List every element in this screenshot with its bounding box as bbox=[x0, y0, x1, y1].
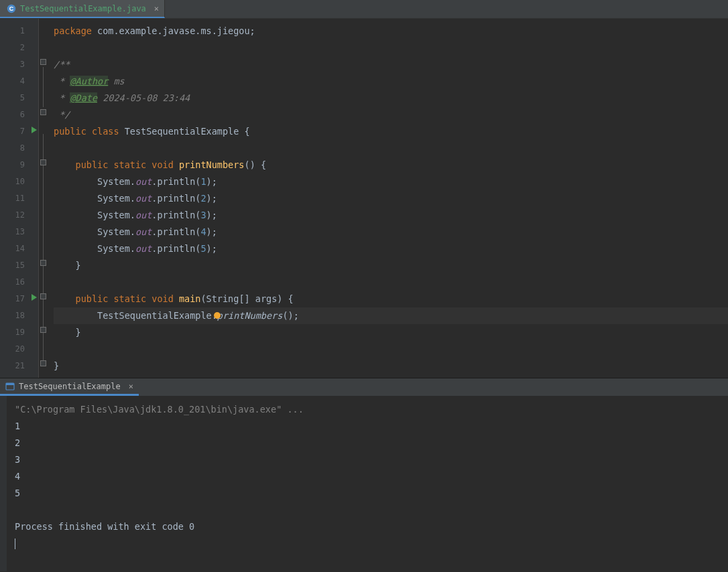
field: out bbox=[135, 226, 151, 237]
keyword: public bbox=[54, 126, 92, 137]
run-tab-bar: TestSequentialExample × bbox=[0, 378, 728, 396]
code-editor[interactable]: 1 2 3 4 5 6 7 8 9 10 11 12 13 14 15 16 1… bbox=[0, 19, 728, 378]
console-line: 2 bbox=[15, 435, 721, 451]
javadoc-tag: @Author bbox=[70, 76, 108, 86]
svg-rect-3 bbox=[6, 383, 14, 385]
fold-guide bbox=[43, 67, 44, 107]
comment: 2024-05-08 23:44 bbox=[97, 92, 190, 103]
code-text: System. bbox=[54, 176, 135, 187]
intention-bulb-icon[interactable] bbox=[214, 312, 221, 319]
close-icon[interactable]: × bbox=[129, 382, 133, 391]
field: out bbox=[135, 193, 151, 204]
line-number: 20 bbox=[15, 344, 25, 354]
line-number: 21 bbox=[15, 361, 25, 370]
run-tab-label: TestSequentialExample bbox=[19, 382, 121, 391]
line-number: 17 bbox=[15, 294, 25, 303]
run-tab[interactable]: TestSequentialExample × bbox=[0, 378, 139, 396]
run-panel: TestSequentialExample × "C:\Program File… bbox=[0, 378, 728, 571]
run-gutter-icon[interactable] bbox=[32, 127, 37, 133]
keyword: static bbox=[113, 293, 151, 304]
console-line: 5 bbox=[15, 485, 721, 502]
field: out bbox=[135, 176, 151, 187]
line-number: 6 bbox=[20, 110, 25, 119]
code-text: System. bbox=[54, 243, 135, 254]
brace: } bbox=[54, 360, 59, 371]
number-literal: 1 bbox=[200, 176, 206, 187]
fold-icon[interactable] bbox=[40, 360, 46, 366]
editor-tab-bar: C TestSequentialExample.java × bbox=[0, 0, 728, 19]
run-gutter-icon[interactable] bbox=[32, 294, 37, 301]
svg-text:C: C bbox=[9, 5, 14, 12]
code-text: System. bbox=[54, 226, 135, 237]
number-literal: 3 bbox=[200, 210, 206, 220]
line-number: 3 bbox=[20, 60, 25, 69]
fold-icon[interactable] bbox=[40, 159, 46, 165]
fold-icon[interactable] bbox=[40, 327, 46, 333]
console-caret bbox=[15, 535, 721, 552]
package-path: com.example.javase.ms.jiegou; bbox=[97, 25, 255, 36]
code-text: ); bbox=[206, 226, 217, 237]
console-line: 3 bbox=[15, 451, 721, 468]
line-number: 15 bbox=[15, 261, 25, 270]
javadoc-tag: @Date bbox=[70, 92, 97, 103]
code-text: .println( bbox=[151, 226, 200, 237]
keyword: class bbox=[92, 126, 125, 137]
keyword: public bbox=[76, 159, 114, 170]
console-line: 4 bbox=[15, 468, 721, 485]
fold-icon[interactable] bbox=[40, 109, 46, 115]
line-number: 16 bbox=[15, 277, 25, 287]
line-number: 5 bbox=[20, 93, 25, 102]
line-number: 18 bbox=[15, 311, 25, 320]
console-command: "C:\Program Files\Java\jdk1.8.0_201\bin\… bbox=[15, 401, 721, 418]
comment: * bbox=[54, 76, 70, 86]
editor-tab-filename: TestSequentialExample.java bbox=[20, 4, 146, 13]
line-number: 11 bbox=[15, 194, 25, 203]
field: out bbox=[135, 210, 151, 220]
code-text: .println( bbox=[151, 243, 200, 254]
code-text: ); bbox=[206, 193, 217, 204]
code-text: System. bbox=[54, 210, 135, 220]
keyword: void bbox=[151, 159, 179, 170]
method-call: printNumbers bbox=[217, 310, 283, 321]
line-number: 14 bbox=[15, 244, 25, 253]
console-output[interactable]: "C:\Program Files\Java\jdk1.8.0_201\bin\… bbox=[0, 396, 728, 571]
close-icon[interactable]: × bbox=[154, 4, 159, 13]
code-text: (); bbox=[282, 310, 298, 321]
code-text: .println( bbox=[151, 176, 200, 187]
code-body[interactable]: package com.example.javase.ms.jiegou; /*… bbox=[39, 19, 728, 378]
fold-icon[interactable] bbox=[40, 59, 46, 65]
line-number: 13 bbox=[15, 227, 25, 236]
comment: * bbox=[54, 92, 70, 103]
brace: { bbox=[245, 126, 250, 137]
code-text: TestSequentialExample. bbox=[54, 310, 217, 321]
comment: ms bbox=[108, 76, 124, 86]
keyword: static bbox=[113, 159, 151, 170]
comment: */ bbox=[54, 109, 70, 120]
code-text: ); bbox=[206, 176, 217, 187]
method-name: printNumbers bbox=[179, 159, 245, 170]
number-literal: 2 bbox=[200, 193, 206, 204]
code-text: System. bbox=[54, 193, 135, 204]
code-text: .println( bbox=[151, 210, 200, 220]
java-class-icon: C bbox=[7, 4, 16, 13]
brace: } bbox=[54, 260, 81, 271]
run-config-icon bbox=[5, 382, 15, 391]
console-line: 1 bbox=[15, 418, 721, 435]
code-text: ); bbox=[206, 210, 217, 220]
editor-tab[interactable]: C TestSequentialExample.java × bbox=[0, 0, 165, 18]
code-text: () { bbox=[245, 159, 267, 170]
line-gutter: 1 2 3 4 5 6 7 8 9 10 11 12 13 14 15 16 1… bbox=[0, 19, 39, 378]
code-text: .println( bbox=[151, 193, 200, 204]
line-number: 7 bbox=[20, 127, 25, 136]
number-literal: 5 bbox=[200, 243, 206, 254]
class-name: TestSequentialExample bbox=[125, 126, 245, 137]
line-number: 19 bbox=[15, 328, 25, 337]
line-number: 2 bbox=[20, 43, 25, 52]
line-number: 10 bbox=[15, 177, 25, 186]
fold-icon[interactable] bbox=[40, 260, 46, 266]
console-exit-line: Process finished with exit code 0 bbox=[15, 518, 721, 535]
line-number: 1 bbox=[20, 26, 25, 35]
fold-icon[interactable] bbox=[40, 293, 46, 299]
line-number: 8 bbox=[20, 143, 25, 153]
keyword: public bbox=[76, 293, 114, 304]
